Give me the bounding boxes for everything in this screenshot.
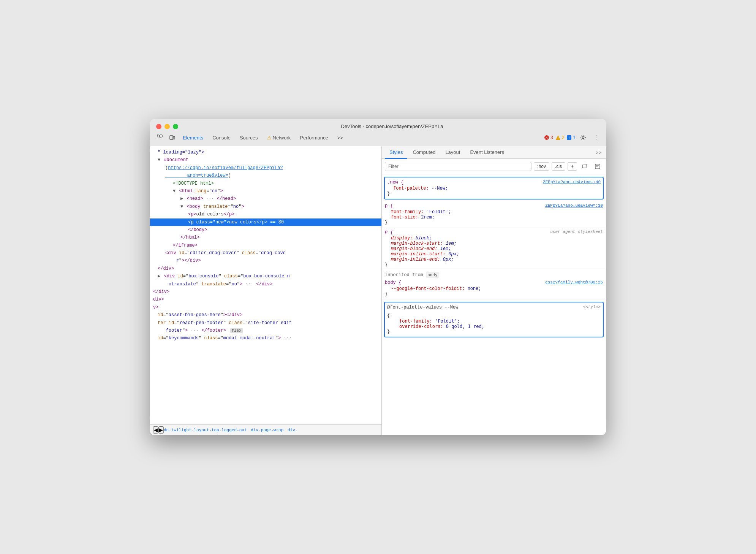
cursor-icon[interactable] <box>155 132 165 143</box>
property-name[interactable]: font-palette: <box>387 186 429 191</box>
filter-add[interactable]: + <box>568 162 577 171</box>
new-style-rule-icon[interactable] <box>579 161 590 172</box>
breadcrumb-item-2[interactable]: div.page-wrap <box>251 427 283 432</box>
maximize-button[interactable] <box>173 124 178 129</box>
devtools-body: " loading="lazy"> ▼ #document (https://c… <box>150 146 606 435</box>
property-value[interactable]: 0px; <box>448 252 459 257</box>
property-value[interactable]: 'Foldit'; <box>427 209 451 215</box>
tab-more[interactable]: >> <box>334 133 347 142</box>
property-name[interactable]: margin-block-start: <box>385 241 443 246</box>
property-value[interactable]: block; <box>416 236 432 241</box>
tab-event-listeners[interactable]: Event Listeners <box>465 146 509 159</box>
tab-network[interactable]: ⚠Network <box>263 133 295 142</box>
svg-text:i: i <box>569 136 569 140</box>
tab-computed[interactable]: Computed <box>408 146 440 159</box>
svg-point-9 <box>582 137 584 139</box>
svg-rect-1 <box>160 135 162 137</box>
styles-content[interactable]: .new { ZEPpYLa?ano…ue&view=:40 font-pale… <box>382 174 606 435</box>
settings-icon[interactable] <box>578 132 588 143</box>
property-value[interactable]: 2rem; <box>421 215 435 220</box>
svg-text:!: ! <box>557 136 558 140</box>
property-name[interactable]: margin-inline-end: <box>385 257 440 262</box>
breadcrumb-item-1[interactable]: dn.twilight.layout-top.logged-out <box>164 427 247 432</box>
warning-icon: ⚠ <box>267 135 272 141</box>
styles-panel: Styles Computed Layout Event Listeners >… <box>382 146 606 435</box>
property-name[interactable]: margin-inline-start: <box>385 252 446 257</box>
elements-content[interactable]: " loading="lazy"> ▼ #document (https://c… <box>150 146 381 424</box>
rule-property-line: font-size: 2rem; <box>385 215 603 220</box>
html-line: </iframe> <box>150 242 381 249</box>
rule-selector[interactable]: .new { <box>387 180 403 185</box>
property-value[interactable]: 1em; <box>440 246 451 252</box>
html-line: </html> <box>150 234 381 241</box>
property-value[interactable]: 0px; <box>443 257 454 262</box>
font-palette-rule: @font-palette-values --New <style> { fon… <box>384 302 604 337</box>
filter-cls[interactable]: .cls <box>552 162 565 171</box>
error-badge[interactable]: ✕ 3 <box>544 135 553 140</box>
breadcrumb-item-3[interactable]: div. <box>288 427 298 432</box>
rule-p-foldit: p { ZEPpYLa?ano…ue&view=:30 font-family:… <box>382 202 606 228</box>
rule-body: body { css2?family…wght@700:25 --google-… <box>382 279 606 299</box>
tab-performance[interactable]: Performance <box>296 133 332 142</box>
html-line: </div> <box>150 265 381 272</box>
property-name[interactable]: override-colors: <box>393 324 443 329</box>
rule-selector[interactable]: p { <box>385 230 393 235</box>
property-name[interactable]: font-family: <box>385 209 424 215</box>
property-name[interactable]: display: <box>385 236 413 241</box>
breadcrumb-back[interactable]: ◀ <box>153 426 158 434</box>
tab-sources[interactable]: Sources <box>236 133 262 142</box>
titlebar: DevTools - codepen.io/sofiayem/pen/ZEPpY… <box>150 119 606 129</box>
tab-elements[interactable]: Elements <box>179 133 207 142</box>
selected-element[interactable]: <p class="new">new colors</p> == $0 <box>150 218 381 226</box>
html-line[interactable]: ▼ #document <box>150 156 381 164</box>
property-name[interactable]: font-family: <box>393 318 432 324</box>
filter-hov[interactable]: :hov <box>534 162 549 171</box>
property-value[interactable]: 1em; <box>446 241 457 246</box>
svg-rect-3 <box>173 136 175 139</box>
html-line[interactable]: (https://cdpn.io/sofiayem/fullpage/ZEPpY… <box>150 164 381 180</box>
rule-property-line: margin-block-end: 1em; <box>385 246 603 252</box>
filter-input[interactable] <box>385 162 531 171</box>
property-value[interactable]: 'Foldit'; <box>435 318 460 324</box>
html-line: id="asset-bin-goes-here"></div> <box>150 311 381 319</box>
rule-source[interactable]: ZEPpYLa?ano…ue&view=:30 <box>545 203 603 208</box>
html-line[interactable]: ▶ <head> ··· </head> <box>150 195 381 203</box>
property-name[interactable]: font-size: <box>385 215 418 220</box>
property-name[interactable]: --google-font-color-foldit: <box>385 286 465 291</box>
html-line[interactable]: ▼ <html lang="en"> <box>150 187 381 195</box>
tab-console[interactable]: Console <box>209 133 234 142</box>
style-inspector-icon[interactable] <box>592 161 603 172</box>
property-value[interactable]: 0 gold, 1 red; <box>446 324 484 329</box>
property-name[interactable]: margin-block-end: <box>385 246 437 252</box>
html-line[interactable]: ▶ <div id="box-console" class="box box-c… <box>150 272 381 288</box>
rule-source[interactable]: css2?family…wght@700:25 <box>545 280 603 285</box>
warning-badge[interactable]: ! 2 <box>555 135 565 140</box>
rule-selector[interactable]: p { <box>385 203 393 209</box>
rule-property-line: --google-font-color-foldit: none; <box>385 286 603 291</box>
html-line: ter id="react-pen-footer" class="site-fo… <box>150 319 381 335</box>
html-line[interactable]: ▼ <body translate="no"> <box>150 203 381 211</box>
elements-panel: " loading="lazy"> ▼ #document (https://c… <box>150 146 382 435</box>
breadcrumb-forward[interactable]: ▶ <box>158 426 164 434</box>
tab-layout[interactable]: Layout <box>441 146 465 159</box>
info-badge[interactable]: i 1 <box>566 135 576 140</box>
rule-property-line: margin-inline-start: 0px; <box>385 252 603 257</box>
breadcrumb-separator-2 <box>284 427 287 432</box>
property-value[interactable]: --New; <box>432 186 448 191</box>
rule-selector[interactable]: body { <box>385 280 401 285</box>
at-rule-header: @font-palette-values --New <box>387 305 458 310</box>
device-icon[interactable] <box>167 132 177 143</box>
close-button[interactable] <box>156 124 161 129</box>
rule-close: } <box>387 191 601 196</box>
more-icon[interactable]: ⋮ <box>591 132 601 143</box>
rule-new-highlighted: .new { ZEPpYLa?ano…ue&view=:40 font-pale… <box>384 177 604 199</box>
property-value[interactable]: none; <box>468 286 481 291</box>
rule-p-useragent: p { user agent stylesheet display: block… <box>382 228 606 270</box>
tab-styles[interactable]: Styles <box>385 146 407 159</box>
minimize-button[interactable] <box>164 124 170 129</box>
rule-source[interactable]: <style> <box>583 305 601 309</box>
rule-source[interactable]: ZEPpYLa?ano…ue&view=:40 <box>543 180 601 184</box>
svg-rect-0 <box>157 135 160 137</box>
tab-more[interactable]: >> <box>594 147 603 158</box>
inherited-from-tag[interactable]: body <box>426 272 439 278</box>
